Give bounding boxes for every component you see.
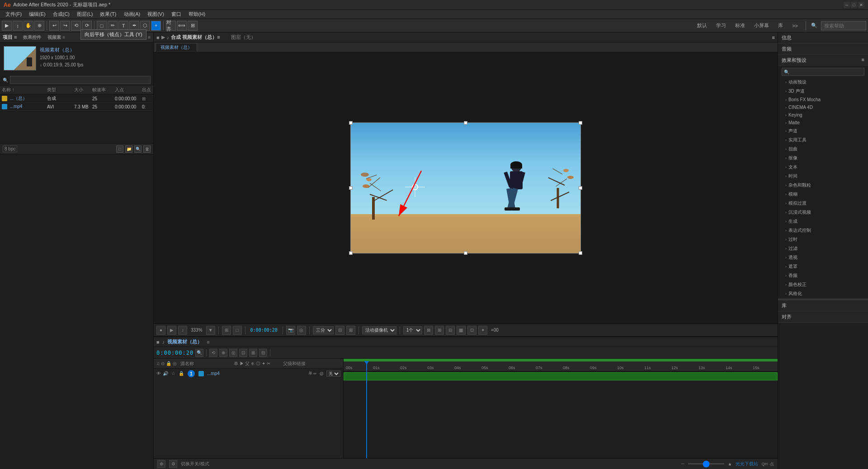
minimize-button[interactable]: ─ [844,2,850,8]
rp-item-perspective[interactable]: › 透视 [778,253,868,262]
panel-menu-icon[interactable]: ≡ [148,35,151,40]
vc-zoom-down[interactable]: ▼ [206,326,215,335]
handle-bottom-right[interactable] [579,251,582,255]
preview-thumbnail[interactable] [4,46,36,70]
tl-btn5[interactable]: ⊞ [249,349,257,357]
rp-item-noise[interactable]: › 杂色和颗粒 [778,181,868,190]
footage-tab[interactable]: 视频素 ≡ [47,34,65,41]
handle-bottom-mid[interactable] [464,251,467,255]
effects-tab[interactable]: 效果控件 [23,34,41,41]
tl-search-btn[interactable]: 🔍 [195,349,203,357]
workspace-default[interactable]: 默认 [694,21,710,30]
menu-view[interactable]: 视图(V) [144,10,168,19]
rp-item-animation-preset[interactable]: › 动画预设 [778,78,868,87]
vc-view-select[interactable]: 三分 完整 一半 [313,326,334,334]
table-row-2[interactable]: ...mp4 AVI 7.3 MB 25 0:00:00:00 0: [0,103,153,111]
tool-move[interactable]: ↕ [13,21,23,31]
rp-item-obsolete[interactable]: › 过时 [778,235,868,244]
rp-item-immersive[interactable]: › 沉浸式视频 [778,208,868,217]
rp-item-boris[interactable]: › Boris FX Mocha [778,96,868,103]
project-tab[interactable]: 项目 ≡ [3,34,17,41]
handle-mid-right[interactable] [579,186,582,190]
tool-redo[interactable]: ↪ [60,21,70,31]
search-button[interactable]: 🔍 [134,145,142,153]
bit-depth-label[interactable]: 8 bpc [3,145,17,152]
vc-guide[interactable]: ⊟ [446,326,455,335]
comp-panel-menu[interactable]: ≡ [772,35,775,40]
menu-window[interactable]: 窗口 [168,10,185,19]
close-button[interactable]: ✕ [858,2,864,8]
rp-item-generate[interactable]: › 生成 [778,217,868,226]
rp-info-header[interactable]: 信息 [778,33,868,43]
tl-btn1[interactable]: ⟲ [209,349,217,357]
tool-align[interactable]: 对齐 [166,21,176,31]
comp-tab-footage[interactable]: 视频素材（总） [156,43,197,52]
tl-timecode[interactable]: 0:00:00:20 [156,350,193,356]
vc-ruler[interactable]: ▦ [457,326,466,335]
track-file-name[interactable]: ...mp4 [207,371,220,376]
vc-snapshot[interactable]: 📷 [286,326,295,335]
rp-item-channel[interactable]: › 声道 [778,127,868,136]
tool-zoom[interactable]: ⊕ [34,21,44,31]
search-help-input[interactable] [821,21,866,30]
handle-bottom-left[interactable] [349,251,353,255]
tool-rotate-ccw[interactable]: ⟲ [71,21,81,31]
tl-btn6[interactable]: ⊟ [259,349,267,357]
workspace-learn[interactable]: 学习 [713,21,729,30]
rp-item-matte[interactable]: › Matte [778,119,868,127]
menu-layer[interactable]: 图层(L) [73,10,96,19]
tl-menu-icon[interactable]: ≡ [207,339,209,345]
workspace-standard[interactable]: 标准 [732,21,748,30]
new-comp-button[interactable]: □ [116,145,123,153]
vc-audio[interactable]: ♪ [178,326,187,335]
rp-search-input[interactable] [782,68,864,76]
vc-fit[interactable]: ⊞ [222,326,231,335]
tool-pan[interactable]: ✋ [24,21,33,31]
menu-edit[interactable]: 编辑(E) [25,10,49,19]
tool-extra2[interactable]: ⊞ [188,21,198,31]
rp-item-color[interactable]: › 颜色校正 [778,280,868,289]
vc-record[interactable]: ● [156,326,165,335]
handle-mid-left[interactable] [349,186,353,190]
table-row[interactable]: ...（总） 合成 25 0:00:00:00 ⊞ [0,94,153,103]
track-parent-select[interactable]: 无 [326,371,340,377]
track-vis-icon[interactable]: 👁 [156,371,161,376]
vc-preview[interactable]: ▶ [167,326,176,335]
rp-item-filter[interactable]: › 过滤 [778,244,868,253]
rp-item-distort[interactable]: › 扭曲 [778,145,868,154]
rp-align-header[interactable]: 对齐 [778,312,868,323]
workspace-more[interactable]: >> [789,22,801,29]
timeline-zoom-slider[interactable] [688,463,724,464]
tool-puppet[interactable]: ⌖ [151,21,161,31]
project-search-input[interactable] [10,76,151,84]
trash-button[interactable]: 🗑 [143,145,151,153]
tool-extra1[interactable]: ⟺ [177,21,187,31]
vc-motion[interactable]: ✦ [478,326,487,335]
track-audio-icon[interactable]: 🔊 [163,371,168,376]
vc-grid[interactable]: ⊞ [435,326,444,335]
tl-btn2[interactable]: ⊕ [219,349,227,357]
rp-effects-header[interactable]: 效果和预设 ≡ [778,55,868,66]
rp-item-keyer[interactable]: › 抠像 [778,154,868,163]
track-lock-icon[interactable]: 🔒 [179,371,184,376]
tl-btn3[interactable]: ◎ [229,349,237,357]
comp-header-label[interactable]: 合成 视频素材（总）≡ [171,34,220,41]
vc-toggle2[interactable]: ⊞ [346,326,355,335]
timeline-clip-bar[interactable] [344,372,778,380]
menu-compose[interactable]: 合成(C) [49,10,73,19]
handle-top-mid[interactable] [464,121,467,125]
track-edit-icon[interactable]: ✏ [313,371,317,376]
handle-top-right[interactable] [579,121,582,125]
rp-item-cinema4d[interactable]: › CINEMA 4D [778,103,868,111]
menu-file[interactable]: 文件(F) [2,10,25,19]
vc-camera-select[interactable]: 活动摄像机 [362,326,396,334]
new-folder-button[interactable]: 📁 [125,145,132,153]
rp-item-simulate[interactable]: › 模拟过渡 [778,199,868,208]
track-solo-icon[interactable]: ☆ [171,371,175,376]
menu-effects[interactable]: 效果(T) [96,10,120,19]
menu-help[interactable]: 帮助(H) [185,10,209,19]
menu-animation[interactable]: 动画(A) [120,10,144,19]
handle-top-left[interactable] [349,121,353,125]
rp-item-time[interactable]: › 时间 [778,172,868,181]
bb-plus-button[interactable]: ⊕ [157,460,165,468]
